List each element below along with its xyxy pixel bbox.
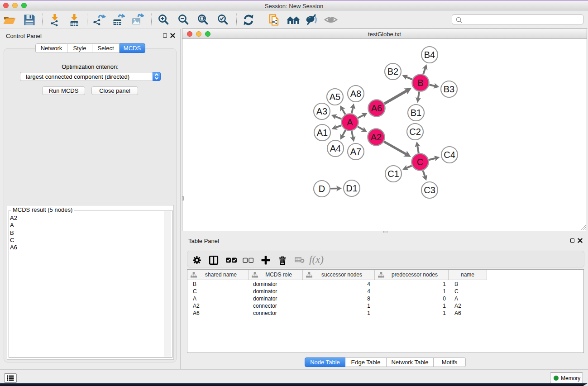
svg-text:B3: B3	[444, 84, 454, 94]
svg-text:C3: C3	[424, 185, 435, 195]
svg-text:A3: A3	[316, 106, 327, 116]
svg-text:C2: C2	[409, 127, 421, 137]
svg-text:B1: B1	[411, 108, 421, 118]
svg-text:D1: D1	[346, 183, 358, 193]
svg-text:A5: A5	[330, 92, 340, 102]
svg-text:B: B	[417, 78, 423, 88]
svg-text:B4: B4	[424, 50, 435, 60]
svg-text:A: A	[347, 117, 353, 127]
svg-text:A1: A1	[317, 128, 328, 138]
svg-text:C: C	[417, 157, 423, 167]
svg-text:A4: A4	[330, 143, 341, 153]
svg-text:C4: C4	[444, 150, 455, 160]
svg-text:B2: B2	[387, 67, 398, 76]
svg-text:A8: A8	[350, 89, 361, 99]
svg-text:A2: A2	[371, 132, 382, 142]
svg-text:C1: C1	[387, 169, 399, 179]
svg-text:A7: A7	[350, 147, 361, 157]
svg-text:A6: A6	[371, 103, 382, 113]
svg-text:D: D	[319, 184, 325, 194]
